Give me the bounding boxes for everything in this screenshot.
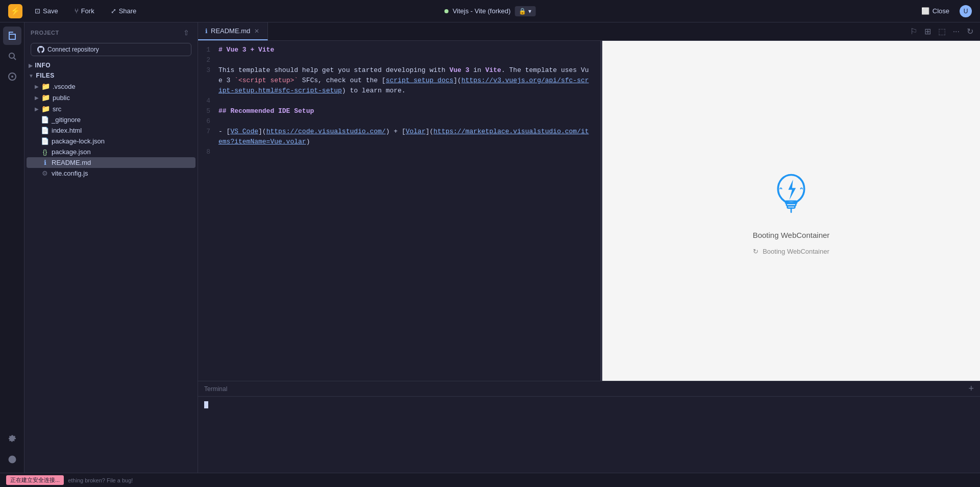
file-index-html[interactable]: 📄 index.html: [27, 125, 195, 136]
tree-info-header[interactable]: ▶ INFO: [24, 60, 198, 70]
file-package-json[interactable]: {} package.json: [27, 147, 195, 157]
terminal-header: Terminal +: [198, 381, 980, 397]
code-line-7: 7 - [VS Code](https://code.visualstudio.…: [198, 127, 600, 147]
share-button[interactable]: ⤢ Share: [107, 5, 141, 17]
toggle-theme-icon[interactable]: [3, 450, 21, 469]
lock-icon: 🔒: [519, 8, 526, 15]
sidebar-actions: ⇧: [181, 28, 191, 38]
sidebar: PROJECT ⇧ Connect repository ▶ INFO ▼ FI…: [24, 22, 198, 473]
tree-files-header[interactable]: ▼ FILES: [24, 70, 198, 81]
more-button[interactable]: ···: [950, 26, 962, 38]
folder-icon: 📁: [41, 105, 50, 113]
file-vite-config[interactable]: ⚙ vite.config.js: [27, 168, 195, 179]
search-icon[interactable]: [3, 47, 21, 65]
topbar-right: ⬜ Close U: [917, 5, 972, 17]
split-button[interactable]: ⊞: [922, 25, 934, 38]
tab-close-button[interactable]: ✕: [253, 27, 260, 36]
flag-button[interactable]: ⚐: [908, 25, 920, 38]
lock-chevron: ▾: [528, 8, 531, 15]
terminal-add-button[interactable]: +: [968, 383, 974, 394]
code-line-1: 1 # Vue 3 + Vite: [198, 45, 600, 55]
settings-icon[interactable]: [3, 430, 21, 448]
topbar-left: ⚡ ⊡ Save ⑂ Fork ⤢ Share: [8, 4, 140, 18]
svg-point-8: [11, 76, 13, 78]
code-line-2: 2: [198, 55, 600, 65]
file-tree: ▶ 📁 .vscode ▶ 📁 public ▶ 📁 src 📄 _gitign…: [24, 81, 198, 473]
preview-panel: Booting WebContainer ↻ Booting WebContai…: [602, 41, 980, 381]
fork-button[interactable]: ⑂ Fork: [70, 5, 99, 17]
terminal-cursor: [204, 401, 208, 408]
folder-public[interactable]: ▶ 📁 public: [27, 92, 195, 103]
src-chevron-icon: ▶: [35, 106, 39, 112]
lock-badge[interactable]: 🔒 ▾: [514, 6, 535, 16]
fork-icon: ⑂: [75, 7, 79, 15]
github-icon: [37, 46, 44, 53]
bottom-bar: 正在建立安全连接... ething broken? File a bug!: [0, 473, 980, 487]
booting-container: Booting WebContainer ↻ Booting WebContai…: [753, 166, 830, 255]
connect-repository-button[interactable]: Connect repository: [31, 43, 191, 56]
bulb-icon: [766, 166, 817, 223]
sidebar-header: PROJECT ⇧: [24, 22, 198, 41]
save-icon: ⊡: [35, 7, 40, 15]
code-editor[interactable]: 1 # Vue 3 + Vite 2 3 This template shoul…: [198, 41, 600, 381]
spin-icon: ↻: [753, 248, 758, 255]
editor-preview-split: 1 # Vue 3 + Vite 2 3 This template shoul…: [198, 41, 980, 381]
refresh-button[interactable]: ↻: [964, 25, 976, 38]
avatar[interactable]: U: [960, 5, 972, 17]
folder-vscode[interactable]: ▶ 📁 .vscode: [27, 81, 195, 92]
code-line-3: 3 This template should help get you star…: [198, 65, 600, 96]
topbar: ⚡ ⊡ Save ⑂ Fork ⤢ Share Vitejs - Vite (f…: [0, 0, 980, 22]
code-line-5: 5 ## Recommended IDE Setup: [198, 106, 600, 116]
terminal-area: Terminal +: [198, 381, 980, 473]
folder-src[interactable]: ▶ 📁 src: [27, 103, 195, 114]
md-file-icon: ℹ: [41, 159, 49, 166]
svg-rect-4: [9, 34, 16, 35]
svg-point-5: [9, 53, 14, 58]
public-chevron-icon: ▶: [35, 95, 39, 101]
extensions-icon[interactable]: [3, 67, 21, 86]
file-gitignore[interactable]: 📄 _gitignore: [27, 114, 195, 125]
terminal-title: Terminal: [204, 385, 227, 393]
config-file-icon: ⚙: [41, 169, 49, 177]
files-icon[interactable]: [3, 27, 21, 45]
main-area: PROJECT ⇧ Connect repository ▶ INFO ▼ FI…: [0, 22, 980, 473]
tab-readme[interactable]: ℹ README.md ✕: [198, 22, 268, 40]
vscode-chevron-icon: ▶: [35, 84, 39, 89]
terminal-body[interactable]: [198, 397, 980, 473]
layout-button[interactable]: ⬚: [936, 25, 948, 38]
tabs-bar: ℹ README.md ✕ ⚐ ⊞ ⬚ ··· ↻: [198, 22, 980, 41]
file-icon: 📄: [41, 116, 49, 124]
bug-report-link[interactable]: ething broken? File a bug!: [68, 477, 133, 483]
file-package-lock[interactable]: 📄 package-lock.json: [27, 136, 195, 147]
json-file-icon: 📄: [41, 137, 49, 145]
tab-label: README.md: [211, 27, 250, 35]
close-button[interactable]: ⬜ Close: [917, 5, 953, 17]
info-chevron-icon: ▶: [29, 63, 33, 68]
topbar-center: Vitejs - Vite (forked) 🔒 ▾: [445, 6, 536, 16]
folder-icon: 📁: [41, 82, 50, 90]
save-button[interactable]: ⊡ Save: [31, 5, 62, 17]
tabs-actions: ⚐ ⊞ ⬚ ··· ↻: [908, 25, 976, 38]
folder-icon: 📁: [41, 93, 50, 102]
close-icon: ⬜: [921, 7, 929, 15]
booting-label: Booting WebContainer: [753, 231, 830, 239]
share-icon: ⤢: [111, 7, 116, 15]
html-file-icon: 📄: [41, 127, 49, 134]
bottom-status: 正在建立安全连接... ething broken? File a bug!: [6, 475, 133, 485]
icon-rail: [0, 22, 24, 473]
svg-rect-1: [9, 32, 10, 40]
json-file-icon: {}: [41, 148, 49, 156]
editor-area: ℹ README.md ✕ ⚐ ⊞ ⬚ ··· ↻ 1 # Vue 3 + Vi…: [198, 22, 980, 473]
tab-info-icon: ℹ: [205, 28, 208, 35]
code-line-4: 4: [198, 96, 600, 106]
file-readme-md[interactable]: ℹ README.md: [27, 157, 195, 168]
bolt-icon: ⚡: [8, 4, 22, 18]
project-name: Vitejs - Vite (forked): [453, 7, 511, 15]
code-line-6: 6: [198, 116, 600, 127]
connecting-status[interactable]: 正在建立安全连接...: [6, 475, 64, 485]
svg-rect-2: [9, 39, 16, 40]
sidebar-title: PROJECT: [31, 30, 59, 36]
upload-button[interactable]: ⇧: [181, 28, 191, 38]
svg-line-6: [14, 58, 16, 60]
files-chevron-icon: ▼: [29, 73, 34, 79]
